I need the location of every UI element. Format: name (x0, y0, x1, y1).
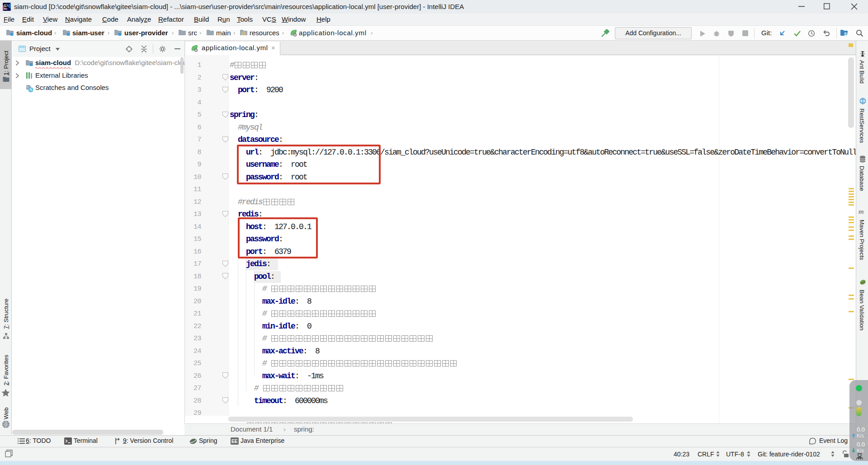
svg-text:EE: EE (231, 439, 238, 444)
